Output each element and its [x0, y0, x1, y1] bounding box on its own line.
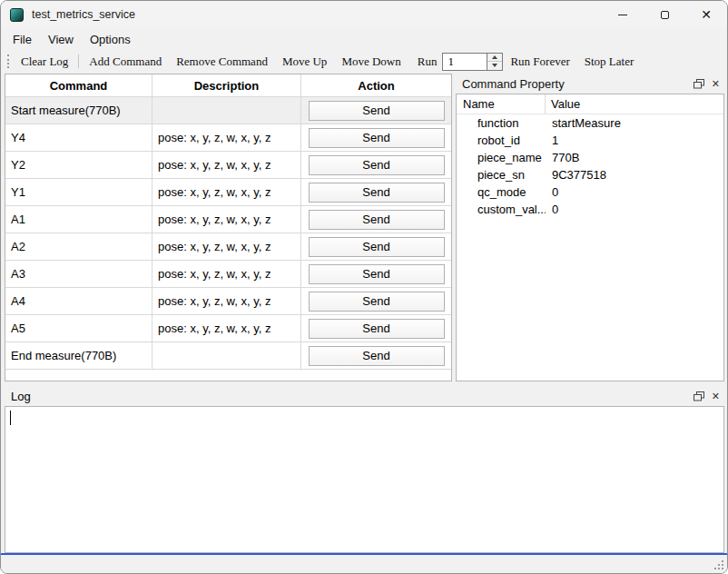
- property-row[interactable]: qc_mode 0: [457, 183, 723, 201]
- command-cell[interactable]: Start measure(770B): [5, 97, 152, 124]
- command-cell[interactable]: A1: [5, 206, 152, 233]
- table-row[interactable]: A5 pose: x, y, z, w, x, y, z Send: [5, 315, 451, 342]
- property-name[interactable]: custom_val...: [457, 203, 546, 216]
- description-cell[interactable]: pose: x, y, z, w, x, y, z: [152, 288, 301, 314]
- float-dock-button[interactable]: [694, 79, 704, 89]
- property-name[interactable]: piece_sn: [457, 168, 546, 182]
- property-value[interactable]: 770B: [546, 151, 579, 164]
- property-value[interactable]: startMeasure: [546, 116, 621, 130]
- description-cell[interactable]: [152, 97, 301, 124]
- minimize-button[interactable]: [602, 1, 644, 28]
- send-button[interactable]: Send: [309, 346, 445, 366]
- menu-options[interactable]: Options: [82, 30, 139, 49]
- property-value[interactable]: 9C377518: [546, 168, 606, 182]
- spin-down-button[interactable]: [487, 62, 502, 70]
- command-cell[interactable]: Y4: [5, 124, 152, 151]
- property-name[interactable]: piece_name: [457, 151, 546, 164]
- property-row[interactable]: custom_val... 0: [457, 201, 723, 218]
- remove-command-button[interactable]: Remove Command: [169, 53, 275, 71]
- command-cell[interactable]: Y1: [5, 179, 152, 205]
- log-textarea[interactable]: [5, 406, 724, 553]
- send-button[interactable]: Send: [309, 155, 445, 175]
- table-row[interactable]: Start measure(770B) Send: [5, 97, 451, 124]
- command-cell[interactable]: A5: [5, 315, 152, 341]
- property-name[interactable]: robot_id: [457, 134, 546, 147]
- table-row[interactable]: A1 pose: x, y, z, w, x, y, z Send: [5, 206, 451, 233]
- description-cell[interactable]: [152, 342, 301, 369]
- float-dock-button[interactable]: [694, 391, 704, 401]
- header-action[interactable]: Action: [301, 74, 451, 96]
- stop-later-button[interactable]: Stop Later: [577, 53, 642, 71]
- send-button[interactable]: Send: [309, 292, 445, 312]
- send-button[interactable]: Send: [309, 183, 445, 203]
- send-button[interactable]: Send: [309, 319, 445, 339]
- spin-up-button[interactable]: [487, 54, 502, 63]
- table-row[interactable]: A4 pose: x, y, z, w, x, y, z Send: [5, 288, 451, 315]
- send-button[interactable]: Send: [309, 101, 445, 121]
- send-button[interactable]: Send: [309, 237, 445, 257]
- send-button[interactable]: Send: [309, 128, 445, 148]
- run-count-input[interactable]: [442, 53, 487, 71]
- action-cell: Send: [301, 233, 451, 260]
- titlebar[interactable]: test_metrics_service ✕: [1, 1, 727, 28]
- property-row[interactable]: piece_sn 9C377518: [457, 166, 723, 183]
- property-row[interactable]: robot_id 1: [457, 132, 723, 149]
- command-cell[interactable]: End measure(770B): [5, 342, 152, 369]
- command-cell[interactable]: A2: [5, 233, 152, 260]
- menu-file[interactable]: File: [5, 30, 40, 49]
- move-down-button[interactable]: Move Down: [334, 53, 408, 71]
- command-cell[interactable]: A4: [5, 288, 152, 314]
- clear-log-button[interactable]: Clear Log: [14, 53, 75, 71]
- action-cell: Send: [301, 261, 451, 287]
- minimize-icon: [618, 15, 627, 15]
- send-button[interactable]: Send: [309, 264, 445, 284]
- toolbar-handle[interactable]: [7, 54, 10, 68]
- property-name[interactable]: function: [457, 116, 546, 130]
- command-property-dock-titlebar[interactable]: Command Property ✕: [456, 74, 724, 94]
- command-cell[interactable]: Y2: [5, 152, 152, 178]
- close-dock-button[interactable]: ✕: [712, 391, 720, 401]
- action-cell: Send: [301, 152, 451, 178]
- size-grip-icon[interactable]: [713, 559, 724, 570]
- table-row[interactable]: Y2 pose: x, y, z, w, x, y, z Send: [5, 152, 451, 179]
- text-cursor: [10, 411, 11, 425]
- close-dock-button[interactable]: ✕: [712, 79, 720, 89]
- property-value[interactable]: 1: [546, 134, 558, 147]
- header-name[interactable]: Name: [457, 94, 546, 114]
- property-row[interactable]: piece_name 770B: [457, 149, 723, 166]
- command-table-header: Command Description Action: [5, 74, 451, 97]
- description-cell[interactable]: pose: x, y, z, w, x, y, z: [152, 261, 301, 287]
- table-row[interactable]: A2 pose: x, y, z, w, x, y, z Send: [5, 233, 451, 261]
- run-count-spinbox: [442, 53, 503, 71]
- menu-view[interactable]: View: [40, 30, 82, 49]
- table-row[interactable]: A3 pose: x, y, z, w, x, y, z Send: [5, 261, 451, 288]
- description-cell[interactable]: pose: x, y, z, w, x, y, z: [152, 206, 301, 233]
- action-cell: Send: [301, 342, 451, 369]
- property-value[interactable]: 0: [546, 185, 558, 199]
- property-name[interactable]: qc_mode: [457, 185, 546, 199]
- command-cell[interactable]: A3: [5, 261, 152, 287]
- table-row[interactable]: Y4 pose: x, y, z, w, x, y, z Send: [5, 124, 451, 152]
- run-forever-button[interactable]: Run Forever: [503, 53, 576, 71]
- run-label: Run: [408, 53, 443, 71]
- header-description[interactable]: Description: [152, 74, 301, 96]
- description-cell[interactable]: pose: x, y, z, w, x, y, z: [152, 152, 301, 178]
- description-cell[interactable]: pose: x, y, z, w, x, y, z: [152, 233, 301, 260]
- maximize-button[interactable]: [644, 1, 685, 28]
- property-value[interactable]: 0: [546, 203, 558, 216]
- move-up-button[interactable]: Move Up: [275, 53, 334, 71]
- spin-buttons: [487, 53, 503, 71]
- property-row[interactable]: function startMeasure: [457, 114, 723, 132]
- add-command-button[interactable]: Add Command: [82, 53, 169, 71]
- header-command[interactable]: Command: [5, 74, 152, 96]
- close-button[interactable]: ✕: [685, 1, 727, 28]
- description-cell[interactable]: pose: x, y, z, w, x, y, z: [152, 315, 301, 341]
- window-controls: ✕: [602, 1, 727, 28]
- header-value[interactable]: Value: [546, 94, 580, 114]
- send-button[interactable]: Send: [309, 210, 445, 230]
- description-cell[interactable]: pose: x, y, z, w, x, y, z: [152, 179, 301, 205]
- table-row[interactable]: End measure(770B) Send: [5, 342, 451, 370]
- log-dock-titlebar[interactable]: Log ✕: [5, 386, 724, 406]
- table-row[interactable]: Y1 pose: x, y, z, w, x, y, z Send: [5, 179, 451, 206]
- description-cell[interactable]: pose: x, y, z, w, x, y, z: [152, 124, 301, 151]
